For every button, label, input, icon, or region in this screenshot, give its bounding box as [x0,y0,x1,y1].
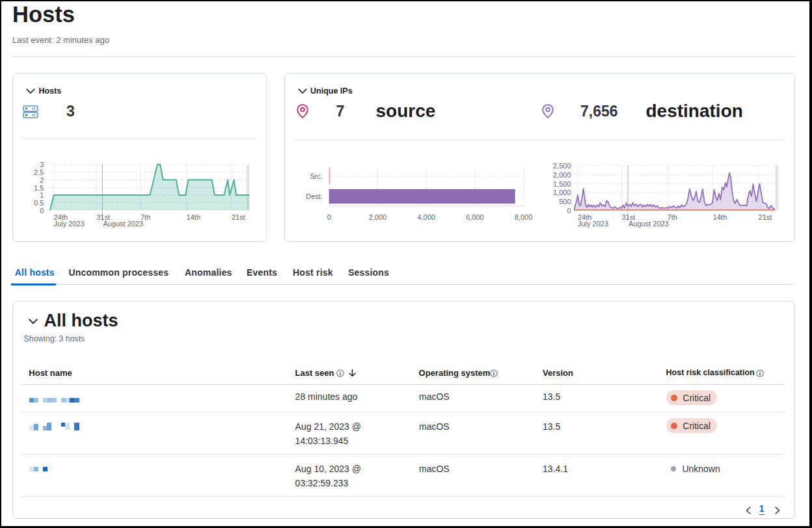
svg-text:August 2023: August 2023 [103,220,143,228]
svg-text:0: 0 [327,213,331,221]
svg-text:4,000: 4,000 [417,213,435,221]
svg-text:7th: 7th [668,213,677,221]
svg-text:7th: 7th [141,213,150,221]
svg-text:0.5: 0.5 [34,199,44,207]
svg-text:0: 0 [567,207,571,215]
svg-text:3: 3 [40,161,44,168]
svg-text:1: 1 [40,191,44,199]
svg-text:Src.: Src. [310,172,323,180]
svg-text:July 2023: July 2023 [578,220,608,228]
svg-text:2: 2 [40,176,44,184]
svg-text:August 2023: August 2023 [629,220,669,228]
svg-text:1.5: 1.5 [34,184,44,192]
svg-text:6,000: 6,000 [466,213,484,221]
svg-text:1,000: 1,000 [553,189,571,196]
svg-text:8,000: 8,000 [515,213,533,221]
svg-text:July 2023: July 2023 [54,220,85,228]
svg-text:2,000: 2,000 [369,213,387,221]
svg-text:500: 500 [559,198,571,205]
svg-text:2.5: 2.5 [34,168,44,176]
svg-text:0: 0 [40,207,44,215]
svg-text:2,500: 2,500 [553,162,571,170]
svg-text:14th: 14th [187,213,200,221]
svg-text:21st: 21st [759,213,772,221]
svg-text:14th: 14th [713,213,727,221]
svg-text:1,500: 1,500 [553,180,571,188]
svg-text:21st: 21st [232,213,245,221]
svg-text:2,000: 2,000 [553,171,571,179]
svg-text:Dest.: Dest. [306,192,323,200]
